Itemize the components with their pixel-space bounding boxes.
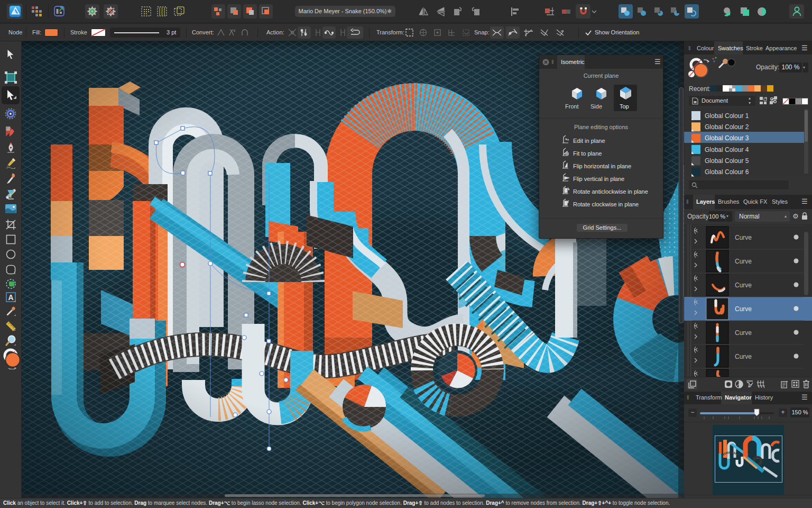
svg-text:Curve: Curve <box>735 282 752 289</box>
svg-text:Curve: Curve <box>735 353 752 360</box>
svg-text:Curve: Curve <box>735 305 752 313</box>
svg-text:Curve: Curve <box>735 234 752 241</box>
svg-text:Curve: Curve <box>735 258 752 265</box>
svg-text:A: A <box>8 293 13 302</box>
svg-text:Curve: Curve <box>735 329 752 337</box>
